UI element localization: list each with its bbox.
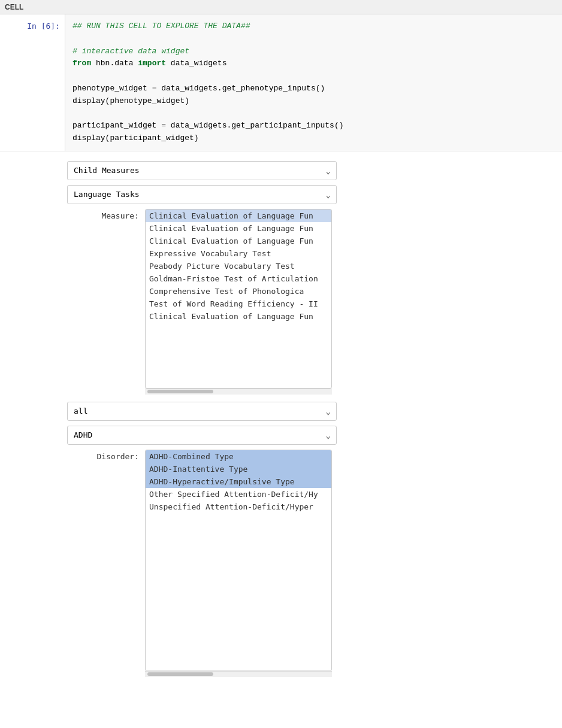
disorder-scrollbar[interactable] [145,671,332,677]
keyword-import: import [138,59,166,68]
list-item[interactable]: Clinical Evaluation of Language Fun [146,235,331,247]
language-tasks-dropdown-wrapper[interactable]: Language Tasks ⌄ [67,185,337,204]
list-item[interactable]: Test of Word Reading Efficiency - II [146,298,331,310]
disorder-listbox-wrapper: ADHD-Combined Type ADHD-Inattentive Type… [145,450,332,677]
measure-section: Measure: Clinical Evaluation of Language… [67,209,550,395]
adhd-dropdown-container: ADHD ⌄ [67,426,550,445]
measure-listbox-wrapper: Clinical Evaluation of Language Fun Clin… [145,209,332,395]
phenotype-dropdown-container: Child Measures ⌄ [67,161,550,180]
keyword-from: from [72,59,91,68]
widget-area: Child Measures ⌄ Language Tasks ⌄ Measur… [0,151,562,694]
top-bar-cell: CELL [5,3,23,11]
disorder-scrollbar-thumb[interactable] [147,672,213,676]
disorder-section: Disorder: ADHD-Combined Type ADHD-Inatte… [67,450,550,677]
measure-label: Measure: [67,209,145,220]
list-item[interactable]: Clinical Evaluation of Language Fun [146,210,331,222]
adhd-dropdown[interactable]: ADHD [67,426,337,445]
list-item[interactable]: ADHD-Hyperactive/Impulsive Type [146,475,331,488]
list-item[interactable]: Expressive Vocabulary Test [146,247,331,260]
all-dropdown[interactable]: all [67,402,337,421]
comment-line-2: # interactive data widget [72,47,189,56]
all-dropdown-container: all ⌄ [67,402,550,421]
adhd-dropdown-wrapper[interactable]: ADHD ⌄ [67,426,337,445]
disorder-label: Disorder: [67,450,145,461]
list-item[interactable]: Clinical Evaluation of Language Fun [146,222,331,235]
code-cell: In [6]: ## RUN THIS CELL TO EXPLORE THE … [0,14,562,151]
code-text: ## RUN THIS CELL TO EXPLORE THE DATA## #… [72,20,555,145]
list-item[interactable]: Peabody Picture Vocabulary Test [146,260,331,272]
child-measures-dropdown-wrapper[interactable]: Child Measures ⌄ [67,161,337,180]
measure-scrollbar-thumb[interactable] [147,390,213,393]
list-item[interactable]: Clinical Evaluation of Language Fun [146,310,331,323]
measure-scrollbar[interactable] [145,389,332,395]
list-item[interactable]: ADHD-Inattentive Type [146,463,331,475]
cell-prompt: In [6]: [0,14,65,151]
list-item[interactable]: Goldman-Fristoe Test of Articulation [146,272,331,285]
measure-listbox[interactable]: Clinical Evaluation of Language Fun Clin… [145,209,332,389]
comment-line-1: ## RUN THIS CELL TO EXPLORE THE DATA## [72,22,250,31]
list-item[interactable]: Other Specified Attention-Deficit/Hy [146,488,331,500]
cell-code-block: ## RUN THIS CELL TO EXPLORE THE DATA## #… [65,14,562,151]
list-item[interactable]: Unspecified Attention-Deficit/Hyper [146,500,331,513]
list-item[interactable]: ADHD-Combined Type [146,450,331,463]
language-tasks-dropdown[interactable]: Language Tasks [67,185,337,204]
child-measures-dropdown[interactable]: Child Measures [67,161,337,180]
disorder-listbox[interactable]: ADHD-Combined Type ADHD-Inattentive Type… [145,450,332,671]
language-tasks-dropdown-container: Language Tasks ⌄ [67,185,550,204]
all-dropdown-wrapper[interactable]: all ⌄ [67,402,337,421]
list-item[interactable]: Comprehensive Test of Phonologica [146,285,331,298]
top-bar: CELL [0,0,562,14]
